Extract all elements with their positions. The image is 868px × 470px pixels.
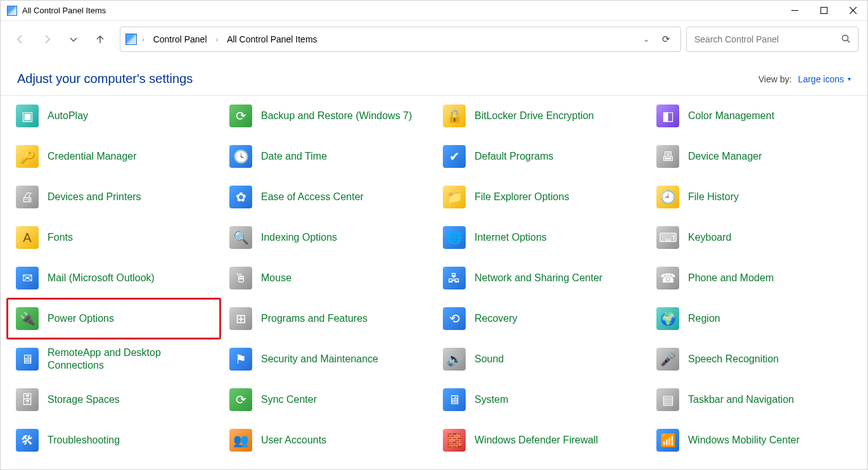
cp-item-label: Devices and Printers xyxy=(48,191,141,203)
control-panel-grid: ▣AutoPlay⟳Backup and Restore (Windows 7)… xyxy=(7,96,861,460)
cp-item-file-explorer-options[interactable]: 📁File Explorer Options xyxy=(434,177,648,217)
mobility-center-icon: 📶 xyxy=(656,429,679,452)
cp-item-ease-of-access[interactable]: ✿Ease of Access Center xyxy=(220,177,434,217)
search-input[interactable] xyxy=(694,34,836,44)
items-scroll-area[interactable]: ▣AutoPlay⟳Backup and Restore (Windows 7)… xyxy=(1,96,867,469)
cp-item-region[interactable]: 🌍Region xyxy=(648,298,861,339)
cp-item-label: Windows Mobility Center xyxy=(688,434,800,447)
cp-item-label: Phone and Modem xyxy=(688,272,774,284)
cp-item-network-sharing[interactable]: 🖧Network and Sharing Center xyxy=(434,258,648,298)
power-options-icon: 🔌 xyxy=(16,307,39,330)
cp-item-user-accounts[interactable]: 👥User Accounts xyxy=(220,420,434,460)
cp-item-label: Credential Manager xyxy=(48,150,137,163)
control-panel-icon xyxy=(125,34,137,45)
maximize-button[interactable] xyxy=(809,1,838,21)
fonts-icon: A xyxy=(16,226,39,249)
mail-icon: ✉ xyxy=(16,267,39,289)
cp-item-label: BitLocker Drive Encryption xyxy=(475,110,594,122)
breadcrumb-current[interactable]: All Control Panel Items xyxy=(223,32,321,47)
up-button[interactable] xyxy=(89,29,111,50)
close-button[interactable] xyxy=(838,1,867,21)
bitlocker-icon: 🔒 xyxy=(443,105,466,127)
back-button[interactable] xyxy=(10,29,31,50)
cp-item-label: Power Options xyxy=(48,312,114,325)
minimize-button[interactable] xyxy=(780,1,809,21)
cp-item-mail[interactable]: ✉Mail (Microsoft Outlook) xyxy=(7,258,220,298)
cp-item-label: Fonts xyxy=(48,231,73,244)
cp-item-label: Programs and Features xyxy=(261,312,367,325)
address-bar[interactable]: › Control Panel › All Control Panel Item… xyxy=(120,27,681,52)
chevron-right-icon[interactable]: › xyxy=(215,35,220,43)
cp-item-taskbar-navigation[interactable]: ▤Taskbar and Navigation xyxy=(648,379,861,420)
cp-item-keyboard[interactable]: ⌨Keyboard xyxy=(648,217,861,258)
cp-item-programs-features[interactable]: ⊞Programs and Features xyxy=(220,298,434,339)
troubleshooting-icon: 🛠 xyxy=(16,429,39,452)
cp-item-indexing-options[interactable]: 🔍Indexing Options xyxy=(220,217,434,258)
forward-button[interactable] xyxy=(36,29,58,50)
cp-item-bitlocker[interactable]: 🔒BitLocker Drive Encryption xyxy=(434,96,648,136)
cp-item-label: Indexing Options xyxy=(261,231,337,244)
cp-item-sync-center[interactable]: ⟳Sync Center xyxy=(220,379,434,420)
cp-item-sound[interactable]: 🔊Sound xyxy=(434,339,648,379)
cp-item-devices-printers[interactable]: 🖨Devices and Printers xyxy=(7,177,220,217)
cp-item-internet-options[interactable]: 🌐Internet Options xyxy=(434,217,648,258)
cp-item-label: Mouse xyxy=(261,272,291,284)
cp-item-file-history[interactable]: 🕘File History xyxy=(648,177,861,217)
cp-item-label: Recovery xyxy=(475,312,518,325)
devices-printers-icon: 🖨 xyxy=(16,186,39,208)
cp-item-mobility-center[interactable]: 📶Windows Mobility Center xyxy=(648,420,861,460)
svg-point-4 xyxy=(843,35,848,41)
cp-item-label: Mail (Microsoft Outlook) xyxy=(48,272,155,284)
cp-item-backup-restore[interactable]: ⟳Backup and Restore (Windows 7) xyxy=(220,96,434,136)
network-sharing-icon: 🖧 xyxy=(443,267,466,289)
chevron-right-icon[interactable]: › xyxy=(141,35,146,43)
refresh-button[interactable]: ⟳ xyxy=(657,34,675,45)
speech-recognition-icon: 🎤 xyxy=(656,348,679,371)
ease-of-access-icon: ✿ xyxy=(229,186,252,208)
cp-item-security-maintenance[interactable]: ⚑Security and Maintenance xyxy=(220,339,434,379)
cp-item-remoteapp[interactable]: 🖥RemoteApp and Desktop Connections xyxy=(7,339,220,379)
programs-features-icon: ⊞ xyxy=(229,307,252,330)
cp-item-defender-firewall[interactable]: 🧱Windows Defender Firewall xyxy=(434,420,648,460)
cp-item-credential-manager[interactable]: 🔑Credential Manager xyxy=(7,136,220,177)
cp-item-power-options[interactable]: 🔌Power Options xyxy=(7,298,220,339)
cp-item-label: Windows Defender Firewall xyxy=(475,434,598,447)
cp-item-label: Ease of Access Center xyxy=(261,191,364,203)
cp-item-speech-recognition[interactable]: 🎤Speech Recognition xyxy=(648,339,861,379)
cp-item-label: Region xyxy=(688,312,720,325)
breadcrumb-root[interactable]: Control Panel xyxy=(150,32,211,47)
cp-item-fonts[interactable]: AFonts xyxy=(7,217,220,258)
cp-item-mouse[interactable]: 🖱Mouse xyxy=(220,258,434,298)
internet-options-icon: 🌐 xyxy=(443,226,466,249)
cp-item-storage-spaces[interactable]: 🗄Storage Spaces xyxy=(7,379,220,420)
sync-center-icon: ⟳ xyxy=(229,388,252,411)
cp-item-label: User Accounts xyxy=(261,434,326,447)
recent-locations-button[interactable] xyxy=(63,29,84,50)
cp-item-date-time[interactable]: 🕓Date and Time xyxy=(220,136,434,177)
cp-item-default-programs[interactable]: ✔Default Programs xyxy=(434,136,648,177)
cp-item-recovery[interactable]: ⟲Recovery xyxy=(434,298,648,339)
address-dropdown-button[interactable]: ⌄ xyxy=(639,35,653,44)
cp-item-label: Troubleshooting xyxy=(48,434,120,447)
storage-spaces-icon: 🗄 xyxy=(16,388,39,411)
cp-item-label: Network and Sharing Center xyxy=(475,272,603,284)
cp-item-label: Security and Maintenance xyxy=(261,353,378,365)
view-by-value[interactable]: Large icons xyxy=(798,74,844,84)
cp-item-troubleshooting[interactable]: 🛠Troubleshooting xyxy=(7,420,220,460)
security-maintenance-icon: ⚑ xyxy=(229,348,252,371)
indexing-options-icon: 🔍 xyxy=(229,226,252,249)
cp-item-label: Speech Recognition xyxy=(688,353,779,365)
view-by-control[interactable]: View by: Large icons ▾ xyxy=(758,74,851,84)
svg-rect-1 xyxy=(820,8,827,14)
user-accounts-icon: 👥 xyxy=(229,429,252,452)
search-box[interactable] xyxy=(686,27,858,52)
cp-item-color-management[interactable]: ◧Color Management xyxy=(648,96,861,136)
cp-item-autoplay[interactable]: ▣AutoPlay xyxy=(7,96,220,136)
cp-item-system[interactable]: 🖥System xyxy=(434,379,648,420)
cp-item-device-manager[interactable]: 🖶Device Manager xyxy=(648,136,861,177)
cp-item-label: Date and Time xyxy=(261,150,327,163)
cp-item-phone-modem[interactable]: ☎Phone and Modem xyxy=(648,258,861,298)
system-icon: 🖥 xyxy=(443,388,466,411)
backup-restore-icon: ⟳ xyxy=(229,105,252,127)
cp-item-label: Keyboard xyxy=(688,231,732,244)
